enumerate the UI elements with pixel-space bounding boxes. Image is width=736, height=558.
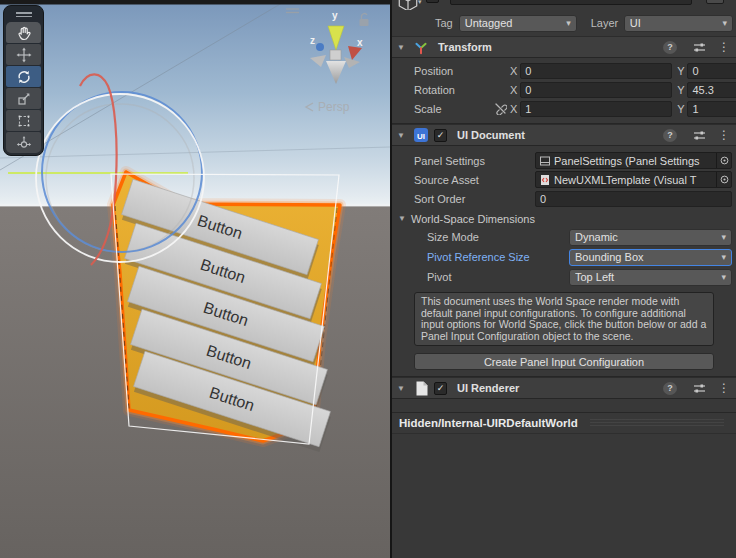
source-asset-row: Source Asset NewUXMLTemplate (Visual T xyxy=(392,170,736,189)
constrain-proportions-icon[interactable] xyxy=(494,102,510,115)
foldout-icon[interactable]: ▼ xyxy=(397,131,410,140)
axis-x-label: x xyxy=(357,37,363,48)
axis-z-label: z xyxy=(310,35,315,46)
ui-renderer-icon xyxy=(410,380,432,396)
ui-renderer-title: UI Renderer xyxy=(457,382,663,394)
transform-icon xyxy=(410,39,432,55)
ui-renderer-header[interactable]: ▼ ✓ UI Renderer ? ⋮ xyxy=(392,377,736,399)
chevron-down-icon: ▾ xyxy=(722,18,727,28)
panel-settings-row: Panel Settings PanelSettings (Panel Sett… xyxy=(392,151,736,170)
ui-document-enabled-checkbox[interactable]: ✓ xyxy=(434,129,447,142)
help-icon[interactable]: ? xyxy=(663,41,677,54)
axis-z-ball[interactable] xyxy=(316,43,324,51)
foldout-icon[interactable]: ▼ xyxy=(397,43,410,52)
gizmo-center-cube[interactable] xyxy=(330,50,341,60)
scale-icon xyxy=(16,91,32,107)
rotation-y-field[interactable] xyxy=(687,82,736,98)
tag-label: Tag xyxy=(435,17,453,29)
chevron-down-icon: ▾ xyxy=(721,232,726,242)
gameobject-icon-dropdown[interactable]: ▾ xyxy=(418,0,422,6)
gameobject-header-partial: ▾ xyxy=(392,0,736,10)
rotation-x-field[interactable] xyxy=(520,82,672,98)
size-mode-row: Size Mode Dynamic ▾ xyxy=(392,227,736,247)
gameobject-active-checkbox[interactable] xyxy=(426,0,439,3)
move-icon xyxy=(16,47,32,63)
ui-renderer-enabled-checkbox[interactable]: ✓ xyxy=(434,382,447,395)
layer-dropdown[interactable]: UI ▾ xyxy=(624,15,733,32)
presets-icon[interactable] xyxy=(693,41,706,54)
gameobject-static-button[interactable] xyxy=(706,0,724,4)
scale-y-field[interactable] xyxy=(687,101,736,117)
rotate-tool-button[interactable] xyxy=(6,66,41,87)
gameobject-cube-icon xyxy=(396,0,420,10)
rotation-row: Rotation X Y Z xyxy=(392,80,736,99)
pivot-row: Pivot Top Left ▾ xyxy=(392,267,736,287)
persp-label: Persp xyxy=(318,100,350,114)
help-icon[interactable]: ? xyxy=(663,129,677,142)
scene-top-strip xyxy=(0,0,390,5)
shader-name: Hidden/Internal-UIRDefaultWorld xyxy=(399,417,578,429)
source-asset-object-field[interactable]: NewUXMLTemplate (Visual T xyxy=(535,171,732,188)
toolbar-drag-handle[interactable] xyxy=(6,8,41,21)
material-shader-bar[interactable]: Hidden/Internal-UIRDefaultWorld xyxy=(392,412,736,434)
chevron-down-icon: ▾ xyxy=(721,272,726,282)
transform-header[interactable]: ▼ Transform ? ⋮ xyxy=(392,36,736,58)
transform-tool-icon xyxy=(16,135,32,151)
scale-tool-button[interactable] xyxy=(6,88,41,109)
foldout-icon[interactable]: ▼ xyxy=(397,384,410,393)
sort-order-field[interactable] xyxy=(535,191,732,207)
ui-document-header[interactable]: ▼ UI ✓ UI Document ? ⋮ xyxy=(392,124,736,146)
gameobject-name-field[interactable] xyxy=(450,0,692,5)
hand-icon xyxy=(16,25,32,41)
kebab-menu-icon[interactable]: ⋮ xyxy=(718,40,730,54)
rotate-icon xyxy=(16,69,32,85)
pivot-reference-size-dropdown[interactable]: Bounding Box ▾ xyxy=(569,249,732,266)
panel-settings-asset-icon xyxy=(539,155,551,167)
scale-x-field[interactable] xyxy=(520,101,672,117)
object-picker-icon[interactable] xyxy=(716,172,731,187)
tag-layer-row: Tag Untagged ▾ Layer UI ▾ xyxy=(392,10,736,36)
object-picker-icon[interactable] xyxy=(716,153,731,168)
position-x-field[interactable] xyxy=(520,63,672,79)
presets-icon[interactable] xyxy=(693,129,706,142)
scene-view: Button Button Button Button xyxy=(0,0,390,558)
help-icon[interactable]: ? xyxy=(663,382,677,395)
ui-document-title: UI Document xyxy=(457,129,663,141)
position-row: Position X Y Z xyxy=(392,61,736,80)
ui-document-icon: UI xyxy=(410,127,432,143)
uxml-asset-icon xyxy=(539,174,551,186)
pivot-dropdown[interactable]: Top Left ▾ xyxy=(569,269,732,286)
rect-tool-button[interactable] xyxy=(6,110,41,131)
scene-tool-palette xyxy=(3,5,44,156)
hand-tool-button[interactable] xyxy=(6,22,41,43)
size-mode-dropdown[interactable]: Dynamic ▾ xyxy=(569,229,732,246)
create-panel-input-configuration-button[interactable]: Create Panel Input Configuration xyxy=(414,353,714,370)
position-y-field[interactable] xyxy=(687,63,736,79)
pivot-reference-size-row: Pivot Reference Size Bounding Box ▾ xyxy=(392,247,736,267)
unity-editor-window: Button Button Button Button xyxy=(0,0,736,558)
sort-order-row: Sort Order xyxy=(392,189,736,208)
move-tool-button[interactable] xyxy=(6,44,41,65)
drag-handle-lines xyxy=(590,419,724,428)
inspector-panel: ▾ Tag Untagged ▾ Layer UI ▾ ▼ xyxy=(390,0,736,558)
transform-title: Transform xyxy=(438,41,663,53)
chevron-down-icon: ▾ xyxy=(566,18,571,28)
chevron-down-icon: ▾ xyxy=(721,252,726,262)
tag-dropdown[interactable]: Untagged ▾ xyxy=(459,15,577,32)
ui-document-body: Panel Settings PanelSettings (Panel Sett… xyxy=(392,146,736,377)
layer-label: Layer xyxy=(591,17,624,29)
axis-y-label: y xyxy=(332,10,338,21)
transform-tool-button[interactable] xyxy=(6,132,41,153)
panel-settings-object-field[interactable]: PanelSettings (Panel Settings xyxy=(535,152,732,169)
kebab-menu-icon[interactable]: ⋮ xyxy=(718,381,730,395)
rect-tool-icon xyxy=(16,113,32,129)
world-space-dimensions-foldout[interactable]: ▼ World-Space Dimensions xyxy=(392,210,736,227)
kebab-menu-icon[interactable]: ⋮ xyxy=(718,128,730,142)
svg-text:UI: UI xyxy=(417,132,425,141)
world-space-help-box: This document uses the World Space rende… xyxy=(414,292,714,346)
foldout-icon: ▼ xyxy=(398,214,411,223)
scene-canvas: Button Button Button Button xyxy=(0,0,390,558)
scale-row: Scale X Y Z xyxy=(392,99,736,118)
transform-body: Position X Y Z Rotation X Y Z Scale xyxy=(392,58,736,124)
presets-icon[interactable] xyxy=(693,382,706,395)
